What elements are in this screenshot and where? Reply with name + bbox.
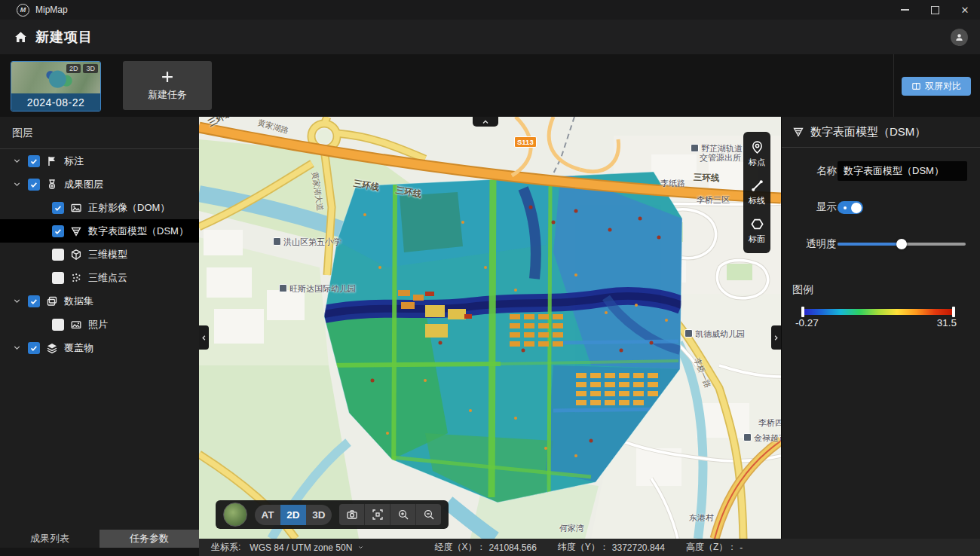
badge-2d: 2D — [66, 64, 81, 73]
overlay-icon — [46, 342, 58, 354]
tool-mark-line[interactable]: 标线 — [743, 173, 770, 212]
chevron-down-icon[interactable] — [12, 296, 22, 306]
zoom-out-button[interactable] — [415, 504, 441, 525]
layer-checkbox-dataset[interactable] — [28, 295, 40, 307]
layer-row-model-3d[interactable]: 三维模型 — [0, 243, 199, 266]
pointcloud-icon — [70, 272, 82, 284]
layers-panel-title: 图层 — [0, 117, 199, 148]
map-label: 东港村 — [689, 513, 714, 522]
layer-row-dsm[interactable]: 数字表面模型（DSM） — [0, 219, 199, 243]
sidebar-bottom-strip — [0, 548, 199, 556]
layer-row-dataset[interactable]: 数据集 — [0, 289, 199, 313]
tab-task-params[interactable]: 任务参数 — [100, 530, 199, 548]
crs-label: 坐标系: — [211, 541, 240, 554]
layer-checkbox-overlays[interactable] — [28, 342, 40, 354]
tool-mark-area[interactable]: 标面 — [743, 212, 770, 250]
layer-checkbox-dom[interactable] — [52, 202, 64, 214]
minimize-button[interactable] — [890, 0, 920, 20]
layer-row-overlays[interactable]: 覆盖物 — [0, 336, 199, 359]
chevron-up-icon — [481, 118, 490, 127]
map-canvas[interactable]: 三环线三环线三环线三环线S113黄家湖路黄家湖大道野芷湖轨道交管源出所李纸路李桥… — [199, 117, 781, 539]
opacity-slider[interactable] — [838, 234, 966, 254]
model3d-icon — [70, 249, 82, 261]
avatar[interactable] — [951, 29, 968, 46]
layer-checkbox-photos[interactable] — [52, 319, 64, 331]
layer-tree: 标注成果图层正射影像（DOM）数字表面模型（DSM）三维模型三维点云数据集照片覆… — [0, 149, 199, 359]
slider-handle[interactable] — [896, 239, 907, 249]
tab-result-list[interactable]: 成果列表 — [0, 530, 100, 548]
dsm-icon — [792, 126, 804, 138]
logo-letter: M — [20, 6, 26, 14]
layer-row-photos[interactable]: 照片 — [0, 313, 199, 336]
name-label: 名称 — [816, 161, 837, 181]
longitude-readout: 经度（X）： 241084.566 — [434, 541, 536, 554]
layer-label: 正射影像（DOM） — [88, 201, 170, 215]
layer-checkbox-annotations[interactable] — [28, 155, 40, 167]
layer-checkbox-point-cloud[interactable] — [52, 272, 64, 284]
new-task-label: 新建任务 — [148, 88, 187, 102]
zoom-in-button[interactable] — [390, 504, 415, 525]
new-task-button[interactable]: 新建任务 — [123, 61, 212, 110]
tool-label: 标点 — [749, 157, 765, 168]
map-label: 李桥三区 — [697, 195, 730, 204]
task-card[interactable]: 2D3D 2024-08-22 — [11, 61, 101, 112]
map-label: 旺斯达国际幼儿园 — [279, 284, 356, 293]
layer-row-dom[interactable]: 正射影像（DOM） — [0, 196, 199, 219]
tool-mark-point[interactable]: 标点 — [743, 135, 770, 173]
badge-3d: 3D — [83, 64, 98, 73]
task-thumbnail: 2D3D — [11, 62, 100, 93]
legend-max-value: 31.5 — [937, 317, 957, 328]
home-icon[interactable] — [14, 30, 28, 44]
collapse-top-button[interactable] — [473, 117, 498, 127]
mode-3d-button[interactable]: 3D — [306, 505, 332, 525]
app-name: MipMap — [35, 5, 68, 15]
chevron-down-icon[interactable] — [12, 343, 22, 353]
line-icon — [750, 179, 764, 193]
frame-icon — [372, 509, 384, 521]
name-input[interactable] — [838, 161, 967, 181]
header: 新建项目 — [0, 20, 980, 54]
capture-extent-button[interactable] — [364, 504, 390, 525]
map-toolbar: AT2D3D — [216, 500, 449, 529]
flag-icon — [46, 155, 58, 167]
mode-2d-button[interactable]: 2D — [280, 505, 306, 525]
opacity-label: 透明度 — [806, 234, 837, 254]
layer-label: 三维模型 — [88, 248, 127, 261]
strip-divider — [893, 54, 894, 117]
maximize-icon — [931, 6, 939, 14]
legend-min-handle[interactable] — [801, 307, 804, 317]
collapse-right-button[interactable] — [771, 325, 781, 350]
layer-row-annotations[interactable]: 标注 — [0, 149, 199, 173]
layer-row-point-cloud[interactable]: 三维点云 — [0, 266, 199, 289]
layer-label: 数字表面模型（DSM） — [88, 225, 188, 238]
toolbar-icon-group — [339, 504, 441, 525]
poi-icon — [279, 284, 287, 292]
view-mode-switch: AT2D3D — [255, 505, 332, 525]
maximize-button[interactable] — [920, 0, 950, 20]
close-icon: ✕ — [961, 5, 969, 15]
crs-selector[interactable]: WGS 84 / UTM zone 50N — [250, 542, 365, 553]
layer-checkbox-model-3d[interactable] — [52, 249, 64, 261]
layers-sidebar: 图层 标注成果图层正射影像（DOM）数字表面模型（DSM）三维模型三维点云数据集… — [0, 117, 199, 556]
legend-max-handle[interactable] — [952, 307, 955, 317]
properties-title: 数字表面模型（DSM） — [810, 125, 926, 139]
chevron-down-icon[interactable] — [12, 179, 22, 189]
screenshot-button[interactable] — [339, 504, 364, 525]
crs-value: WGS 84 / UTM zone 50N — [250, 542, 352, 553]
latitude-value: 3372720.844 — [612, 542, 665, 553]
photo-icon — [70, 319, 82, 331]
visibility-toggle[interactable] — [838, 201, 863, 214]
latitude-label: 纬度（Y）： — [558, 541, 609, 554]
close-button[interactable]: ✕ — [950, 0, 980, 20]
collapse-left-button[interactable] — [199, 325, 209, 350]
dsm-icon — [70, 225, 82, 237]
layer-row-result-layers[interactable]: 成果图层 — [0, 173, 199, 196]
layer-checkbox-result-layers[interactable] — [28, 179, 40, 191]
properties-header: 数字表面模型（DSM） — [782, 117, 980, 147]
layer-checkbox-dsm[interactable] — [52, 225, 64, 237]
altitude-label: 高度（Z）： — [686, 541, 737, 554]
mode-at-button[interactable]: AT — [255, 505, 280, 525]
compare-button[interactable]: 双屏对比 — [902, 77, 971, 96]
basemap-thumbnail[interactable] — [223, 503, 247, 527]
chevron-down-icon[interactable] — [12, 156, 22, 166]
